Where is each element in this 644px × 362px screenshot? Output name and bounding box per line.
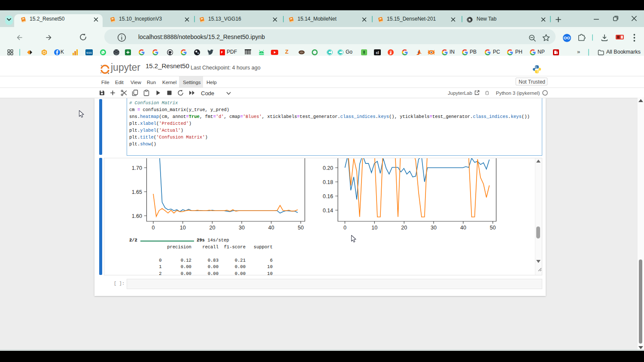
svg-text:50: 50 — [490, 225, 496, 231]
svg-text:10: 10 — [371, 225, 377, 231]
svg-text:40: 40 — [268, 225, 274, 231]
svg-text:IEEE: IEEE — [86, 51, 92, 54]
svg-text:1.65: 1.65 — [132, 189, 142, 195]
svg-text:30: 30 — [431, 225, 437, 231]
svg-text:20: 20 — [209, 225, 215, 231]
svg-text:0: 0 — [343, 225, 346, 231]
svg-text:0.14: 0.14 — [323, 208, 333, 214]
svg-text:1.70: 1.70 — [132, 165, 142, 171]
svg-text:0.20: 0.20 — [323, 165, 333, 171]
svg-text:20: 20 — [401, 225, 407, 231]
svg-text:1.60: 1.60 — [132, 213, 142, 219]
svg-text:0.18: 0.18 — [323, 179, 333, 185]
svg-text:50: 50 — [298, 225, 304, 231]
svg-text:10: 10 — [180, 225, 186, 231]
svg-text:cl: cl — [376, 51, 379, 55]
svg-text:30: 30 — [239, 225, 245, 231]
svg-text:40: 40 — [460, 225, 466, 231]
svg-text:0.16: 0.16 — [323, 193, 333, 199]
svg-text:0: 0 — [152, 225, 155, 231]
